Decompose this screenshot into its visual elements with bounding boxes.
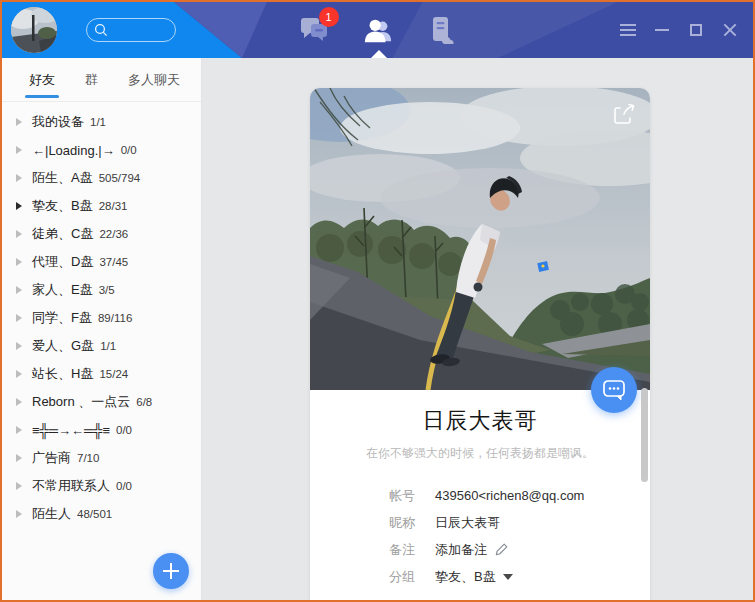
avatar-photo bbox=[11, 7, 57, 53]
maximize-icon[interactable] bbox=[685, 19, 707, 41]
edit-remark-icon[interactable] bbox=[494, 542, 509, 557]
search-box[interactable] bbox=[86, 18, 176, 42]
expand-triangle-icon[interactable] bbox=[16, 258, 22, 266]
friend-group-row[interactable]: 不常用联系人 0/0 bbox=[2, 472, 201, 500]
group-dropdown-icon[interactable] bbox=[503, 574, 513, 580]
sidebar-tabs: 好友 群 多人聊天 bbox=[2, 58, 201, 102]
close-icon[interactable] bbox=[719, 19, 741, 41]
sidebar-tab[interactable]: 好友 bbox=[29, 58, 55, 102]
qq-window: 1 bbox=[0, 0, 755, 602]
expand-triangle-icon[interactable] bbox=[16, 118, 22, 126]
expand-triangle-icon[interactable] bbox=[16, 286, 22, 294]
expand-triangle-icon[interactable] bbox=[16, 230, 22, 238]
user-avatar[interactable] bbox=[11, 7, 57, 53]
profile-field-row: 昵称 日辰大表哥 bbox=[389, 509, 650, 536]
friend-group-row[interactable]: 徒弟、C盘 22/36 bbox=[2, 220, 201, 248]
profile-field-row: 帐号 439560<richen8@qq.com bbox=[389, 482, 650, 509]
friend-group-row[interactable]: 陌生、A盘 505/794 bbox=[2, 164, 201, 192]
menu-icon[interactable] bbox=[617, 19, 639, 41]
field-label: 备注 bbox=[389, 541, 419, 559]
tab-files[interactable] bbox=[427, 15, 457, 45]
friend-group-row[interactable]: 广告商 7/10 bbox=[2, 444, 201, 472]
profile-field-row: 备注 添加备注 bbox=[389, 536, 650, 563]
profile-fields: 帐号 439560<richen8@qq.com 昵称 日辰大表哥 bbox=[389, 482, 650, 590]
friend-group-row[interactable]: 家人、E盘 3/5 bbox=[2, 276, 201, 304]
friend-group-row[interactable]: 代理、D盘 37/45 bbox=[2, 248, 201, 276]
profile-name: 日辰大表哥 bbox=[310, 406, 650, 436]
share-icon bbox=[610, 100, 638, 128]
field-value: 挚友、B盘 bbox=[435, 568, 496, 586]
cover-photo-image bbox=[310, 88, 650, 390]
chat-bubble-icon bbox=[602, 379, 626, 401]
card-scrollbar-thumb[interactable] bbox=[641, 388, 648, 482]
friend-group-row[interactable]: 挚友、B盘 28/31 bbox=[2, 192, 201, 220]
contacts-icon bbox=[363, 16, 393, 44]
expand-triangle-icon[interactable] bbox=[16, 454, 22, 462]
active-tab-pointer bbox=[371, 50, 387, 58]
friend-group-row[interactable]: 同学、F盘 89/116 bbox=[2, 304, 201, 332]
minimize-icon[interactable] bbox=[651, 19, 673, 41]
friend-group-row[interactable]: 陌生人 48/501 bbox=[2, 500, 201, 528]
friend-group-row[interactable]: 我的设备 1/1 bbox=[2, 108, 201, 136]
title-bar: 1 bbox=[2, 2, 753, 58]
friend-group-row[interactable]: Reborn 、一点云 6/8 bbox=[2, 388, 201, 416]
expand-triangle-icon[interactable] bbox=[16, 510, 22, 518]
expand-triangle-icon[interactable] bbox=[16, 202, 22, 210]
profile-signature: 在你不够强大的时候，任何表扬都是嘲讽。 bbox=[310, 445, 650, 462]
expand-triangle-icon[interactable] bbox=[16, 342, 22, 350]
tab-messages[interactable]: 1 bbox=[299, 15, 329, 45]
expand-triangle-icon[interactable] bbox=[16, 398, 22, 406]
add-friend-button[interactable] bbox=[153, 553, 189, 589]
profile-field-row: 分组 挚友、B盘 bbox=[389, 563, 650, 590]
friend-group-row[interactable]: ≡╬═→←═╬≡ 0/0 bbox=[2, 416, 201, 444]
window-controls bbox=[617, 2, 741, 58]
friend-groups-list: 我的设备 1/1 ←|Loading.|→ 0/0 陌生、A盘 505/794 bbox=[2, 102, 201, 528]
unread-badge: 1 bbox=[319, 7, 339, 27]
friend-group-row[interactable]: 站长、H盘 15/24 bbox=[2, 360, 201, 388]
field-label: 帐号 bbox=[389, 487, 419, 505]
files-icon bbox=[429, 16, 455, 44]
send-message-button[interactable] bbox=[591, 367, 637, 413]
profile-cover-photo bbox=[310, 88, 650, 390]
expand-triangle-icon[interactable] bbox=[16, 370, 22, 378]
share-button[interactable] bbox=[610, 100, 638, 128]
search-icon bbox=[94, 23, 108, 37]
field-value: 添加备注 bbox=[435, 541, 487, 559]
expand-triangle-icon[interactable] bbox=[16, 174, 22, 182]
field-value: 日辰大表哥 bbox=[435, 514, 500, 532]
friend-group-row[interactable]: 爱人、G盘 1/1 bbox=[2, 332, 201, 360]
expand-triangle-icon[interactable] bbox=[16, 482, 22, 490]
field-label: 昵称 bbox=[389, 514, 419, 532]
search-input[interactable] bbox=[112, 23, 172, 37]
tab-contacts[interactable] bbox=[363, 15, 393, 45]
friend-group-row[interactable]: ←|Loading.|→ 0/0 bbox=[2, 136, 201, 164]
expand-triangle-icon[interactable] bbox=[16, 146, 22, 154]
profile-pane: 日辰大表哥 在你不够强大的时候，任何表扬都是嘲讽。 帐号 439560<rich… bbox=[202, 58, 753, 600]
profile-card: 日辰大表哥 在你不够强大的时候，任何表扬都是嘲讽。 帐号 439560<rich… bbox=[310, 88, 650, 600]
sidebar-tab[interactable]: 群 bbox=[85, 58, 98, 102]
field-label: 分组 bbox=[389, 568, 419, 586]
sidebar-tab[interactable]: 多人聊天 bbox=[128, 58, 180, 102]
expand-triangle-icon[interactable] bbox=[16, 426, 22, 434]
field-value: 439560<richen8@qq.com bbox=[435, 488, 584, 503]
expand-triangle-icon[interactable] bbox=[16, 314, 22, 322]
contacts-sidebar: 好友 群 多人聊天 我的设备 1/1 bbox=[2, 58, 202, 600]
